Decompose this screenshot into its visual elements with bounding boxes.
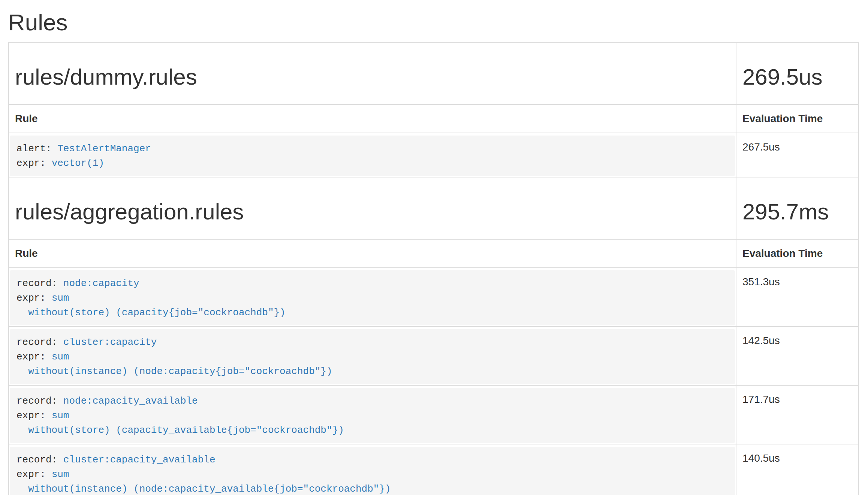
rule-definition: record: node:capacityexpr: sum without(s…	[10, 270, 735, 325]
rule-value-link[interactable]: cluster:capacity_available	[63, 454, 216, 465]
rule-keyword: expr:	[16, 410, 52, 421]
rule-line: without(store) (capacity{job="cockroachd…	[16, 306, 728, 320]
rule-line: without(instance) (node:capacity_availab…	[16, 482, 728, 495]
rule-line: without(instance) (node:capacity{job="co…	[16, 364, 728, 379]
rule-definition: record: cluster:capacity_availableexpr: …	[10, 447, 735, 495]
rule-row: record: cluster:capacityexpr: sum withou…	[9, 327, 859, 385]
rule-row: record: node:capacity_availableexpr: sum…	[9, 385, 859, 444]
rule-line: record: node:capacity	[16, 276, 728, 291]
rule-group-header-row: rules/aggregation.rules 295.7ms	[9, 177, 859, 239]
rule-group-time-cell: 295.7ms	[736, 177, 859, 239]
rule-line: without(store) (capacity_available{job="…	[16, 423, 728, 438]
group-evaluation-time: 269.5us	[742, 64, 852, 91]
rule-row: record: node:capacityexpr: sum without(s…	[9, 268, 859, 327]
rule-row: alert: TestAlertManagerexpr: vector(1) 2…	[9, 133, 859, 177]
rules-table: rules/dummy.rules 269.5us Rule Evaluatio…	[8, 42, 859, 495]
evaluation-time-column-header: Evaluation Time	[736, 104, 859, 133]
rule-keyword: expr:	[16, 351, 52, 362]
rule-evaluation-time: 142.5us	[736, 327, 859, 385]
rule-line: expr: vector(1)	[16, 156, 728, 171]
rule-value-link[interactable]: node:capacity	[63, 278, 139, 289]
rule-cell: record: node:capacity_availableexpr: sum…	[9, 385, 736, 444]
rule-keyword: record:	[16, 454, 63, 465]
rule-keyword: record:	[16, 395, 63, 407]
rule-evaluation-time: 171.7us	[736, 385, 859, 444]
rule-keyword: record:	[16, 278, 63, 289]
rule-definition: record: cluster:capacityexpr: sum withou…	[10, 329, 735, 384]
rule-cell: record: cluster:capacityexpr: sum withou…	[9, 327, 736, 385]
evaluation-time-column-header: Evaluation Time	[736, 239, 859, 268]
column-header-row: Rule Evaluation Time	[9, 104, 859, 133]
rule-line: expr: sum	[16, 350, 728, 364]
rule-keyword: expr:	[16, 292, 52, 304]
rule-evaluation-time: 140.5us	[736, 444, 859, 495]
rule-keyword: expr:	[16, 158, 52, 169]
rule-line: expr: sum	[16, 409, 728, 423]
rule-cell: alert: TestAlertManagerexpr: vector(1)	[9, 133, 736, 177]
rule-column-header: Rule	[9, 104, 736, 133]
rule-definition: alert: TestAlertManagerexpr: vector(1)	[10, 136, 735, 176]
rule-cell: record: cluster:capacity_availableexpr: …	[9, 444, 736, 495]
page-title: Rules	[8, 10, 859, 35]
rule-file-title: rules/aggregation.rules	[15, 198, 730, 225]
rule-value-link[interactable]: node:capacity_available	[63, 395, 198, 407]
rule-keyword: alert:	[16, 143, 57, 154]
column-header-row: Rule Evaluation Time	[9, 239, 859, 268]
rule-line: expr: sum	[16, 467, 728, 482]
rule-value-link[interactable]: cluster:capacity	[63, 337, 157, 348]
rule-value-link[interactable]: without(instance) (node:capacity_availab…	[16, 483, 391, 495]
rule-value-link[interactable]: sum	[52, 469, 69, 480]
rule-value-link[interactable]: sum	[52, 351, 69, 362]
group-evaluation-time: 295.7ms	[742, 198, 852, 225]
rule-evaluation-time: 351.3us	[736, 268, 859, 327]
rule-value-link[interactable]: TestAlertManager	[57, 143, 151, 154]
rule-line: expr: sum	[16, 291, 728, 306]
rules-page: Rules rules/dummy.rules 269.5us Rule Eva…	[0, 10, 868, 495]
rule-group-file-cell: rules/dummy.rules	[9, 42, 736, 104]
rule-group-file-cell: rules/aggregation.rules	[9, 177, 736, 239]
rule-row: record: cluster:capacity_availableexpr: …	[9, 444, 859, 495]
rule-value-link[interactable]: sum	[52, 292, 69, 304]
rule-definition: record: node:capacity_availableexpr: sum…	[10, 388, 735, 443]
rule-column-header: Rule	[9, 239, 736, 268]
rule-keyword: expr:	[16, 469, 52, 480]
rule-line: alert: TestAlertManager	[16, 142, 728, 156]
rule-value-link[interactable]: without(store) (capacity_available{job="…	[16, 425, 344, 436]
rule-group-time-cell: 269.5us	[736, 42, 859, 104]
rule-line: record: node:capacity_available	[16, 394, 728, 409]
rule-evaluation-time: 267.5us	[736, 133, 859, 177]
rule-cell: record: node:capacityexpr: sum without(s…	[9, 268, 736, 327]
rule-keyword: record:	[16, 337, 63, 348]
rule-file-title: rules/dummy.rules	[15, 64, 730, 91]
rule-value-link[interactable]: without(store) (capacity{job="cockroachd…	[16, 307, 286, 318]
rule-value-link[interactable]: vector(1)	[52, 158, 104, 169]
rule-value-link[interactable]: without(instance) (node:capacity{job="co…	[16, 366, 332, 377]
rule-value-link[interactable]: sum	[52, 410, 69, 421]
rule-line: record: cluster:capacity	[16, 335, 728, 350]
rule-group-header-row: rules/dummy.rules 269.5us	[9, 42, 859, 104]
rule-line: record: cluster:capacity_available	[16, 453, 728, 467]
